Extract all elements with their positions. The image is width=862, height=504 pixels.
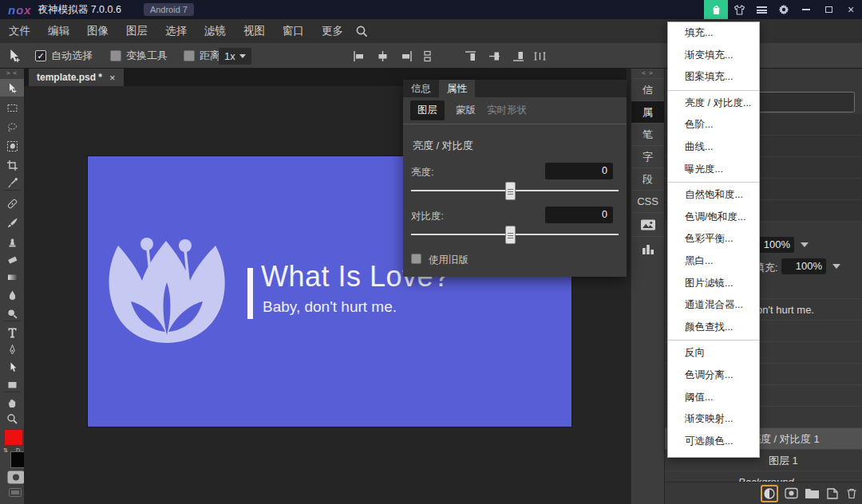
close-tab-icon[interactable]: ×	[109, 72, 116, 84]
theme-button[interactable]	[728, 0, 750, 19]
swap-colors-icon[interactable]: ⇅	[3, 447, 8, 454]
menu-select[interactable]: 选择	[156, 19, 196, 43]
tool-move[interactable]	[0, 79, 24, 96]
menu-edit[interactable]: 编辑	[39, 19, 78, 43]
menu-window[interactable]: 窗口	[274, 19, 313, 43]
menu-item-gradient-fill[interactable]: 渐变填充...	[668, 45, 759, 67]
menu-item-hue-saturation[interactable]: 色调/饱和度...	[668, 207, 759, 229]
distance-option[interactable]: 距离	[184, 43, 220, 69]
align-center-h-icon[interactable]	[376, 43, 389, 69]
tool-dodge[interactable]	[0, 305, 24, 322]
tool-zoom[interactable]	[0, 410, 24, 427]
zoom-level-dropdown[interactable]: 1x	[219, 43, 251, 69]
foreground-color-swatch[interactable]	[4, 429, 23, 446]
distance-checkbox[interactable]	[184, 50, 195, 61]
menu-more[interactable]: 更多	[313, 19, 352, 43]
tab-properties[interactable]: 属性	[439, 80, 475, 97]
subtab-mask[interactable]: 蒙版	[456, 104, 476, 117]
tool-clone-stamp[interactable]	[0, 233, 24, 250]
strip-item-histogram[interactable]	[631, 236, 664, 260]
strip-item-character[interactable]: 字	[631, 145, 664, 167]
subtab-layer[interactable]: 图层	[410, 100, 445, 120]
screen-mode-icon[interactable]	[9, 488, 22, 497]
strip-item-properties[interactable]: 属	[631, 100, 664, 123]
tool-blur[interactable]	[0, 286, 24, 304]
menu-view[interactable]: 视图	[235, 19, 274, 43]
tool-spot-heal[interactable]	[0, 195, 24, 212]
new-group-button[interactable]	[805, 488, 820, 499]
menu-item-threshold[interactable]: 阈值...	[668, 387, 759, 409]
close-button[interactable]: ×	[840, 0, 862, 19]
menu-item-invert[interactable]: 反向	[668, 342, 759, 364]
menu-image[interactable]: 图像	[78, 19, 117, 43]
fill-value-field[interactable]: 100%	[781, 258, 826, 274]
transform-tool-option[interactable]: 变换工具	[110, 43, 168, 69]
tool-quick-select[interactable]	[0, 137, 24, 155]
distribute-vertical-icon[interactable]	[421, 43, 434, 69]
use-legacy-checkbox[interactable]	[411, 254, 421, 264]
maximize-button[interactable]	[817, 0, 840, 19]
new-layer-button[interactable]	[826, 487, 839, 500]
strip-item-image[interactable]	[631, 212, 664, 236]
add-mask-button[interactable]	[785, 487, 798, 499]
distribute-horizontal-icon[interactable]	[533, 43, 547, 69]
quick-mask-icon[interactable]	[7, 471, 25, 484]
align-bottom-icon[interactable]	[512, 43, 525, 69]
menu-filter[interactable]: 滤镜	[196, 19, 235, 43]
menu-item-color-lookup[interactable]: 颜色查找...	[668, 317, 759, 339]
brightness-value-field[interactable]: 0	[545, 163, 613, 179]
new-adjustment-layer-button[interactable]	[761, 485, 778, 502]
menu-item-posterize[interactable]: 色调分离...	[668, 364, 759, 387]
brightness-slider-handle[interactable]	[505, 182, 516, 200]
strip-item-paragraph[interactable]: 段	[631, 167, 664, 190]
menu-item-photo-filter[interactable]: 图片滤镜...	[668, 273, 759, 295]
menu-item-fill[interactable]: 填充...	[668, 22, 759, 45]
tool-crop[interactable]	[0, 156, 24, 174]
menu-item-selective-color[interactable]: 可选颜色...	[668, 431, 759, 453]
strip-item-css[interactable]: CSS	[631, 190, 664, 212]
search-icon[interactable]	[355, 25, 369, 38]
menu-item-exposure[interactable]: 曝光度...	[668, 159, 759, 181]
tool-lasso[interactable]	[0, 118, 24, 136]
align-left-icon[interactable]	[352, 43, 366, 69]
subtab-live-shape[interactable]: 实时形状	[487, 104, 527, 117]
tool-brush[interactable]	[0, 214, 24, 231]
layer-row-background[interactable]: Background	[665, 471, 862, 482]
palette-collapse-control[interactable]: > <	[0, 69, 24, 78]
menu-button[interactable]	[750, 0, 773, 19]
align-top-icon[interactable]	[464, 43, 477, 69]
tool-hand[interactable]	[0, 394, 24, 411]
tool-rect-marquee[interactable]	[0, 99, 24, 116]
menu-item-color-balance[interactable]: 色彩平衡...	[668, 228, 759, 250]
tool-type[interactable]	[0, 323, 24, 341]
tab-info[interactable]: 信息	[403, 80, 439, 97]
contrast-slider-handle[interactable]	[505, 226, 516, 244]
settings-button[interactable]	[773, 0, 795, 19]
auto-select-option[interactable]: ✓ 自动选择	[35, 43, 93, 69]
contrast-value-field[interactable]: 0	[545, 207, 613, 223]
tool-gradient[interactable]	[0, 268, 24, 285]
menu-item-levels[interactable]: 色阶...	[668, 114, 759, 136]
tool-rectangle[interactable]	[0, 376, 24, 393]
menu-file[interactable]: 文件	[0, 19, 39, 43]
menu-layer[interactable]: 图层	[117, 19, 156, 43]
delete-layer-button[interactable]	[845, 487, 858, 500]
app-store-button[interactable]	[704, 0, 728, 19]
chevron-down-icon[interactable]	[832, 264, 840, 269]
menu-item-gradient-map[interactable]: 渐变映射...	[668, 408, 759, 431]
tool-pen[interactable]	[0, 341, 24, 358]
chevron-down-icon[interactable]	[801, 242, 809, 247]
align-right-icon[interactable]	[400, 43, 413, 69]
menu-item-vibrance[interactable]: 自然饱和度...	[668, 184, 759, 207]
tool-eyedropper[interactable]	[0, 174, 24, 191]
auto-select-checkbox[interactable]: ✓	[35, 50, 46, 61]
menu-item-brightness-contrast[interactable]: 亮度 / 对比度...	[668, 93, 759, 115]
tool-eraser[interactable]	[0, 250, 24, 268]
align-middle-v-icon[interactable]	[488, 43, 501, 69]
strip-item-brush[interactable]: 笔	[631, 123, 664, 145]
strip-collapse-control[interactable]: < >	[631, 69, 664, 78]
menu-item-pattern-fill[interactable]: 图案填充...	[668, 66, 759, 89]
transform-tool-checkbox[interactable]	[110, 50, 121, 61]
menu-item-black-white[interactable]: 黑白...	[668, 250, 759, 273]
menu-item-channel-mixer[interactable]: 通道混合器...	[668, 294, 759, 317]
